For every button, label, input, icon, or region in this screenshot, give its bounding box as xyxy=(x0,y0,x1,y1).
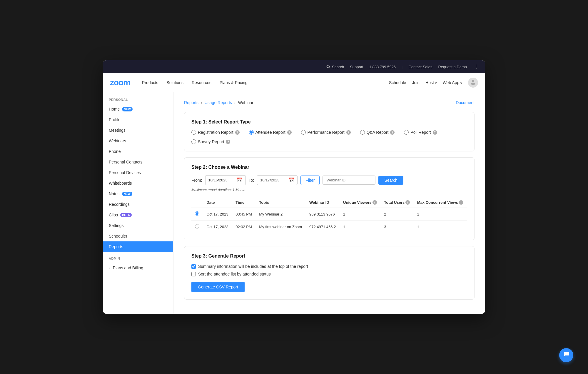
sidebar-item-profile[interactable]: Profile xyxy=(103,114,173,125)
checkbox-summary[interactable]: Summary information will be included at … xyxy=(191,264,467,269)
sidebar-item-meetings[interactable]: Meetings xyxy=(103,125,173,136)
breadcrumb-sep2: › xyxy=(234,100,236,105)
radio-registration-input[interactable] xyxy=(191,130,196,135)
sidebar-whiteboards-label: Whiteboards xyxy=(109,181,132,186)
sidebar-item-personal-contacts[interactable]: Personal Contacts xyxy=(103,157,173,167)
to-calendar-icon[interactable]: 📅 xyxy=(288,177,294,183)
radio-qa[interactable]: Q&A Report ? xyxy=(360,130,395,135)
radio-performance[interactable]: Performance Report ? xyxy=(301,130,351,135)
row1-total-users: 2 xyxy=(380,208,413,221)
request-demo-link[interactable]: Request a Demo xyxy=(438,65,467,69)
row1-radio[interactable] xyxy=(195,211,199,216)
nav-schedule[interactable]: Schedule xyxy=(389,80,406,85)
search-icon xyxy=(326,65,330,69)
sidebar-item-webinars[interactable]: Webinars xyxy=(103,136,173,146)
sidebar-item-home[interactable]: Home NEW xyxy=(103,104,173,114)
step1-section: Step 1: Select Report Type Registration … xyxy=(184,112,475,151)
zoom-logo[interactable]: zoom xyxy=(110,78,130,87)
webinar-id-input[interactable] xyxy=(323,176,375,185)
breadcrumb-reports[interactable]: Reports xyxy=(184,100,198,105)
to-date-input[interactable] xyxy=(260,178,287,182)
radio-performance-input[interactable] xyxy=(301,130,306,135)
total-users-info[interactable]: i xyxy=(405,200,410,205)
nav-webapp[interactable]: Web App xyxy=(443,80,462,85)
notes-badge: NEW xyxy=(122,192,132,196)
document-link[interactable]: Document xyxy=(456,100,475,105)
row1-date: Oct 17, 2023 xyxy=(203,208,232,221)
search-button[interactable]: Search xyxy=(326,65,344,69)
radio-survey[interactable]: Survey Report ? xyxy=(191,139,467,144)
chat-icon xyxy=(563,351,570,360)
sidebar-item-recordings[interactable]: Recordings xyxy=(103,199,173,210)
sidebar-item-settings[interactable]: Settings xyxy=(103,220,173,231)
row2-time: 02:02 PM xyxy=(232,221,255,233)
sidebar-item-plans-billing[interactable]: › Plans and Billing xyxy=(103,263,173,273)
divider: | xyxy=(402,65,402,69)
row1-unique-viewers: 1 xyxy=(340,208,380,221)
max-concurrent-info[interactable]: i xyxy=(459,200,463,205)
radio-poll[interactable]: Poll Report ? xyxy=(404,130,437,135)
sidebar-item-phone[interactable]: Phone xyxy=(103,146,173,157)
admin-section-label: ADMIN xyxy=(103,257,173,263)
unique-viewers-info[interactable]: i xyxy=(372,200,377,205)
nav-products[interactable]: Products xyxy=(142,80,158,85)
from-date-input[interactable] xyxy=(208,178,235,182)
row1-select[interactable] xyxy=(191,208,203,221)
qa-info-icon[interactable]: ? xyxy=(390,130,395,135)
breadcrumb-usage-reports[interactable]: Usage Reports xyxy=(205,100,232,105)
nav-solutions[interactable]: Solutions xyxy=(166,80,183,85)
radio-registration[interactable]: Registration Report ? xyxy=(191,130,240,135)
checkbox-sort[interactable]: Sort the attendee list by attended statu… xyxy=(191,272,467,276)
nav-right: Schedule Join Host Web App xyxy=(389,78,478,88)
from-date-wrap[interactable]: 📅 xyxy=(205,175,246,185)
checkbox-summary-input[interactable] xyxy=(191,264,196,269)
poll-info-icon[interactable]: ? xyxy=(433,130,437,135)
more-options-button[interactable]: ⋮ xyxy=(473,64,480,70)
user-avatar[interactable] xyxy=(468,78,478,88)
sidebar-item-personal-devices[interactable]: Personal Devices xyxy=(103,167,173,178)
nav-host[interactable]: Host xyxy=(425,80,437,85)
nav-resources[interactable]: Resources xyxy=(192,80,211,85)
col-topic: Topic xyxy=(255,197,306,208)
row2-max-concurrent: 1 xyxy=(414,221,467,233)
generate-csv-button[interactable]: Generate CSV Report xyxy=(191,282,245,292)
filter-button[interactable]: Filter xyxy=(300,176,320,185)
to-date-wrap[interactable]: 📅 xyxy=(257,175,298,185)
step2-title: Step 2: Choose a Webinar xyxy=(191,165,467,170)
survey-info-icon[interactable]: ? xyxy=(226,140,230,144)
breadcrumb-nav: Reports › Usage Reports › Webinar xyxy=(184,100,253,105)
support-link[interactable]: Support xyxy=(350,65,363,69)
row2-select[interactable] xyxy=(191,221,203,233)
attendee-info-icon[interactable]: ? xyxy=(287,130,292,135)
sidebar-plans-billing-label: Plans and Billing xyxy=(113,266,143,270)
row2-radio[interactable] xyxy=(195,224,199,228)
contact-sales-link[interactable]: Contact Sales xyxy=(409,65,432,69)
registration-info-icon[interactable]: ? xyxy=(235,130,240,135)
breadcrumb-current: Webinar xyxy=(238,100,253,105)
radio-attendee[interactable]: Attendee Report ? xyxy=(249,130,292,135)
clips-badge: BETA xyxy=(120,213,131,217)
sidebar-notes-label: Notes xyxy=(109,191,120,196)
webinar-table: Date Time Topic Webinar ID Unique Viewer… xyxy=(191,197,467,233)
radio-survey-input[interactable] xyxy=(191,139,196,144)
performance-info-icon[interactable]: ? xyxy=(346,130,351,135)
sidebar-item-whiteboards[interactable]: Whiteboards xyxy=(103,178,173,188)
checkbox-sort-input[interactable] xyxy=(191,272,196,276)
sidebar-item-clips[interactable]: Clips BETA xyxy=(103,210,173,220)
nav-plans-pricing[interactable]: Plans & Pricing xyxy=(220,80,248,85)
phone-number: 1.888.799.5926 xyxy=(369,65,396,69)
chat-fab-button[interactable] xyxy=(559,348,573,362)
search-button[interactable]: Search xyxy=(378,176,403,185)
radio-poll-input[interactable] xyxy=(404,130,409,135)
radio-attendee-input[interactable] xyxy=(249,130,254,135)
from-calendar-icon[interactable]: 📅 xyxy=(237,177,243,183)
sidebar-item-scheduler[interactable]: Scheduler xyxy=(103,231,173,241)
sidebar-item-notes[interactable]: Notes NEW xyxy=(103,188,173,199)
col-unique-viewers: Unique Viewers i xyxy=(340,197,380,208)
step3-title: Step 3: Generate Report xyxy=(191,253,467,259)
nav-join[interactable]: Join xyxy=(412,80,420,85)
sidebar-item-reports[interactable]: Reports xyxy=(103,241,173,252)
radio-registration-label: Registration Report xyxy=(198,130,233,135)
sidebar-personal-contacts-label: Personal Contacts xyxy=(109,160,142,164)
radio-qa-input[interactable] xyxy=(360,130,365,135)
